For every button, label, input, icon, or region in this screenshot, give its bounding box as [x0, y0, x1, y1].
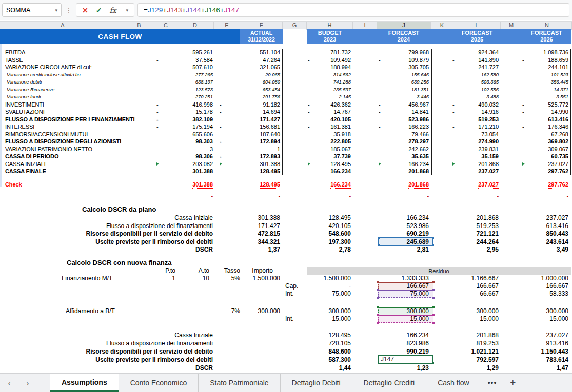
cell-forecast-2024[interactable]: 1.333.333	[379, 275, 429, 282]
cell-actual-f[interactable]: 20.065	[220, 71, 280, 79]
cell-forecast-2024[interactable]: 166.234	[379, 331, 429, 339]
cell-forecast-2024[interactable]: -166.223	[379, 123, 429, 131]
column-header-j-selected[interactable]: J	[377, 22, 431, 30]
cell-forecast-2026[interactable]: -188.659	[522, 56, 568, 64]
sheet-tab[interactable]: Dettaglio Debiti	[280, 374, 352, 392]
cell-forecast-2026[interactable]: 3,49	[522, 246, 568, 254]
sheet-tab[interactable]: Cash flow	[426, 374, 480, 392]
cell-forecast-2026[interactable]: 913.416	[522, 339, 568, 347]
cell-forecast-2025[interactable]: 244.264	[452, 238, 499, 246]
cell-forecast-2024[interactable]: -79.466	[379, 131, 429, 138]
row-label-cell[interactable]: Cap.	[285, 282, 298, 290]
cell-actual-f[interactable]: -172.893	[220, 153, 280, 160]
cell-actual-f[interactable]: -156.681	[220, 123, 280, 131]
cell-actual-f[interactable]: 344.321	[220, 238, 280, 246]
cell-forecast-2025[interactable]: 924.364	[452, 49, 499, 56]
cell-budget-2023[interactable]: 15.000	[308, 315, 351, 323]
cell-actual-f[interactable]: -653.454	[220, 86, 280, 94]
row-label-cell[interactable]: SVALUTAZIONI	[5, 108, 155, 116]
cell-forecast-2024[interactable]: 75.000	[379, 290, 429, 298]
prev-sheet-icon[interactable]: ‹	[0, 374, 18, 392]
cell-actual-f[interactable]: -321.065	[220, 64, 280, 71]
cell-budget-2023[interactable]: -14.767	[308, 108, 351, 116]
cell-budget-2023[interactable]: -35.918	[308, 131, 351, 138]
cell-forecast-2024[interactable]: 278.297	[379, 138, 429, 146]
row-label-cell[interactable]: RIMBORSI/ACCENSIONI MUTUI	[5, 131, 155, 138]
cell-budget-2023[interactable]: 222.805	[308, 138, 351, 146]
cell-forecast-2025[interactable]: 166.667	[452, 282, 499, 290]
row-label-cell[interactable]: FLUSSO A DISPOSIZIONE PER I FINANZIAMENT…	[5, 116, 155, 123]
cell-forecast-2025[interactable]: 274.990	[452, 138, 499, 146]
cell-budget-2023[interactable]: 188.994	[308, 64, 351, 71]
row-label-cell[interactable]: Variazione Rimanenze	[7, 86, 156, 94]
cell-forecast-2025[interactable]: 819.253	[452, 339, 499, 347]
cell-budget-2023[interactable]: 166.234	[308, 168, 351, 175]
cell-actual-f[interactable]: 301.388	[220, 214, 280, 222]
row-label-cell[interactable]: Int.	[285, 290, 294, 298]
cell-forecast-2026[interactable]: 1,47	[522, 364, 568, 372]
cell-budget-2023[interactable]: 420.105	[308, 222, 351, 231]
cell-actual-d[interactable]: -270.251	[156, 93, 213, 101]
cell-forecast-2026[interactable]: 613.416	[522, 116, 568, 123]
cell-budget-2023[interactable]: 128.495	[308, 160, 351, 168]
cell-budget-2023[interactable]: 1,44	[308, 364, 351, 372]
chevron-down-icon[interactable]: ▾	[55, 8, 57, 13]
cell-forecast-2025[interactable]: 2,95	[452, 246, 499, 254]
column-header-n[interactable]: N	[522, 22, 572, 30]
cell-forecast-2024[interactable]: -242.662	[379, 146, 429, 153]
column-header-f[interactable]: F	[240, 22, 283, 30]
cell-budget-2023[interactable]: 1.500.000	[308, 275, 351, 282]
cell-budget-2023[interactable]: -426.362	[308, 101, 351, 109]
cell-forecast-2025[interactable]: 3.488	[452, 93, 499, 101]
column-header-h[interactable]: H	[307, 22, 353, 30]
cell-forecast-2026[interactable]: 1.098.736	[522, 49, 568, 56]
cell-forecast-2024[interactable]: 166.667	[379, 282, 429, 290]
cell-forecast-2026[interactable]: -14.371	[522, 86, 568, 94]
cell-forecast-2026[interactable]: 369.802	[522, 138, 568, 146]
cell-forecast-2025[interactable]: -171.210	[452, 123, 499, 131]
cell-actual-f[interactable]: -291.756	[220, 93, 280, 101]
header-ato[interactable]: A.to	[181, 267, 209, 275]
cell-forecast-2026[interactable]: 3.551	[522, 93, 568, 101]
cell-forecast-2026[interactable]: 60.735	[522, 153, 568, 160]
row-label-cell[interactable]: Uscite previste per il rimborso dei debi…	[0, 356, 213, 364]
row-label-cell[interactable]: DSCR	[0, 364, 213, 372]
row-label-cell[interactable]: FLUSSO A DISPOSIZIONE DEGLI AZIONISTI	[5, 138, 155, 146]
row-label-cell[interactable]: VARIAZIONE CIRCOLANTE di cui:	[5, 64, 155, 71]
cell-actual-f[interactable]: 1,37	[220, 246, 280, 254]
row-label-cell[interactable]: Risorse disponibili per il servizio del …	[0, 230, 213, 238]
zero-cell[interactable]: -	[156, 193, 213, 199]
row-label-cell[interactable]: Cassa Iniziale	[0, 331, 213, 339]
cell-forecast-2024[interactable]: 523.986	[379, 116, 429, 123]
cell-budget-2023[interactable]: 2,78	[308, 246, 351, 254]
zero-cell[interactable]: -	[308, 193, 351, 199]
cell-budget-2023[interactable]: 128.495	[308, 331, 351, 339]
cell-budget-2023[interactable]: 75.000	[308, 290, 351, 298]
cell-actual-d[interactable]: -175.194	[156, 123, 213, 131]
column-header-c[interactable]: C	[155, 22, 176, 30]
row-label-cell[interactable]: Risorse disponibili per il servizio del …	[0, 347, 213, 356]
cell-forecast-2026[interactable]: 613.416	[522, 222, 568, 231]
cell-forecast-2024[interactable]: -14.841	[379, 108, 429, 116]
cell-actual-d[interactable]: -382.109	[156, 116, 213, 123]
cell-forecast-2024[interactable]: 2,81	[379, 246, 429, 254]
cell-budget-2023[interactable]: 587.300	[308, 356, 351, 364]
cell-forecast-2025[interactable]: 519.253	[452, 222, 499, 231]
section-title[interactable]: Calcolo DSCR da piano	[0, 204, 572, 214]
cell-forecast-2024[interactable]: 823.986	[379, 339, 429, 347]
check-cell[interactable]: 201.868	[379, 181, 429, 189]
header-pto[interactable]: P.to	[147, 267, 175, 275]
cell-forecast-2024[interactable]: 3.446	[379, 93, 429, 101]
row-label-cell[interactable]: INVESTIMENTI	[5, 101, 155, 109]
cell-actual-d[interactable]: 203.082	[156, 160, 213, 168]
confirm-icon[interactable]: ✓	[96, 6, 102, 14]
zero-cell[interactable]: -	[522, 193, 568, 199]
row-label-cell[interactable]: Variazione debiti	[7, 78, 156, 86]
cell-forecast-2025[interactable]: 1.166.667	[452, 275, 499, 282]
cell-budget-2023[interactable]: 420.105	[308, 116, 351, 123]
row-label-cell[interactable]: TASSE	[5, 56, 155, 64]
row-label-cell[interactable]: Int.	[285, 315, 294, 323]
cell-actual-d[interactable]: 3	[156, 146, 213, 153]
zero-cell[interactable]: -	[452, 193, 499, 199]
cell-budget-2023[interactable]: -185.067	[308, 146, 351, 153]
